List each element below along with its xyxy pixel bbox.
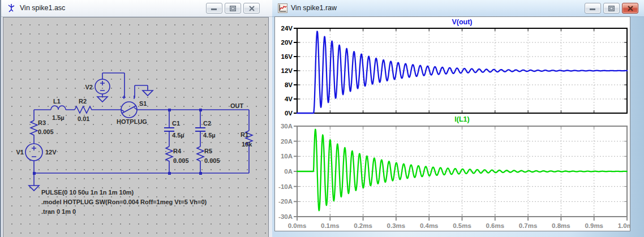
svg-text:0.1ms: 0.1ms — [321, 222, 340, 229]
spice-directive: .model HOTPLUG SW(Ron=0.004 Roff=1meg Vt… — [41, 199, 207, 205]
svg-text:C1: C1 — [172, 120, 180, 127]
svg-text:R4: R4 — [173, 148, 182, 154]
svg-text:8V: 8V — [285, 81, 293, 88]
svg-text:10k: 10k — [242, 141, 252, 148]
maximize-button[interactable] — [603, 3, 620, 14]
waveform-window: Vin spike1.raw V(out) I(L1) 24V20V16V12V… — [272, 0, 644, 237]
svg-text:4.5µ: 4.5µ — [172, 132, 184, 139]
wire — [34, 73, 249, 186]
svg-text:4.5µ: 4.5µ — [203, 132, 216, 139]
component-S1[interactable]: S1 HOTPLUG — [117, 96, 147, 125]
svg-text:16V: 16V — [281, 53, 293, 60]
svg-text:0.6ms: 0.6ms — [486, 222, 504, 229]
window-controls — [206, 3, 260, 14]
component-R5[interactable]: R5 0.005 — [197, 146, 220, 164]
ground-symbol — [143, 91, 153, 96]
svg-text:S1: S1 — [139, 100, 147, 107]
svg-text:0A: 0A — [284, 168, 293, 175]
svg-text:0.4ms: 0.4ms — [420, 222, 439, 229]
ground-symbol — [29, 186, 39, 191]
svg-text:0.2ms: 0.2ms — [354, 222, 372, 229]
waveform-plot-panes[interactable]: 24V20V16V12V8V4V0V30A20A10A0A-10A-20A-30… — [275, 17, 630, 231]
svg-text:V2: V2 — [85, 84, 93, 91]
schematic-window: Vin spike1.asc — [0, 0, 273, 237]
svg-text:0V: 0V — [285, 110, 293, 117]
trace-V(out) — [297, 31, 627, 113]
component-R1[interactable]: R1 10k — [241, 131, 252, 148]
svg-text:R5: R5 — [204, 148, 212, 154]
svg-text:0.7ms: 0.7ms — [519, 222, 538, 229]
svg-text:1.0ms: 1.0ms — [618, 222, 630, 229]
component-R3[interactable]: R3 0.005 — [31, 119, 54, 136]
schematic-canvas[interactable]: V1 12V R3 0.005 L1 1.5µ R2 0.01 — [3, 17, 269, 237]
svg-text:0.5ms: 0.5ms — [453, 222, 471, 229]
ground-symbol — [97, 97, 108, 102]
component-C1[interactable]: C1 4.5µ — [164, 120, 184, 139]
desktop: { "left_window": { "title": "Vin spike1.… — [0, 0, 644, 237]
spice-directive: .tran 0 1m 0 — [41, 208, 76, 215]
svg-text:24V: 24V — [281, 25, 293, 32]
svg-text:10A: 10A — [281, 153, 293, 160]
component-V2[interactable]: V2 — [85, 79, 110, 94]
schematic-window-titlebar[interactable]: Vin spike1.asc — [1, 0, 273, 17]
net-label-out: OUT — [230, 102, 244, 109]
waveform-client-area: V(out) I(L1) 24V20V16V12V8V4V0V30A20A10A… — [274, 16, 630, 231]
svg-text:-10A: -10A — [278, 183, 293, 190]
window-title: Vin spike1.asc — [20, 4, 65, 12]
svg-text:C2: C2 — [203, 120, 211, 127]
svg-text:R3: R3 — [38, 119, 46, 126]
window-controls — [585, 3, 638, 14]
svg-text:20V: 20V — [281, 39, 293, 46]
svg-text:0.005: 0.005 — [173, 157, 189, 164]
svg-text:HOTPLUG: HOTPLUG — [117, 118, 147, 125]
component-C2[interactable]: C2 4.5µ — [195, 120, 216, 139]
waveform-window-titlebar[interactable]: Vin spike1.raw — [272, 0, 644, 17]
ltspice-schematic-icon — [7, 3, 16, 13]
close-button[interactable] — [243, 3, 260, 14]
svg-text:1.5µ: 1.5µ — [52, 114, 65, 121]
waveform-plot-icon — [278, 3, 287, 13]
minimize-button[interactable] — [585, 3, 601, 14]
component-V1[interactable]: V1 12V — [16, 144, 57, 161]
minimize-button[interactable] — [206, 3, 222, 14]
svg-text:-20A: -20A — [278, 198, 293, 205]
svg-text:0.005: 0.005 — [204, 157, 220, 164]
window-title: Vin spike1.raw — [291, 4, 337, 12]
svg-text:12V: 12V — [45, 149, 57, 156]
svg-text:0.0ms: 0.0ms — [288, 222, 307, 229]
svg-text:0.9ms: 0.9ms — [585, 222, 603, 229]
svg-text:30A: 30A — [281, 123, 293, 130]
svg-text:R2: R2 — [79, 98, 87, 105]
component-R4[interactable]: R4 0.005 — [166, 146, 189, 164]
maximize-button[interactable] — [225, 3, 241, 14]
svg-text:4V: 4V — [285, 96, 293, 102]
close-button[interactable] — [622, 3, 638, 14]
svg-text:0.3ms: 0.3ms — [387, 222, 406, 229]
svg-text:20A: 20A — [281, 138, 293, 145]
component-L1[interactable]: L1 1.5µ — [51, 98, 66, 121]
svg-text:0.01: 0.01 — [78, 115, 89, 122]
svg-text:12V: 12V — [281, 67, 293, 74]
spice-directive: PULSE(0 10 50u 1n 1n 1m 10m) — [41, 189, 134, 196]
component-R2[interactable]: R2 0.01 — [75, 98, 93, 122]
svg-text:0.8ms: 0.8ms — [552, 222, 570, 229]
svg-text:V1: V1 — [16, 149, 24, 156]
svg-text:-30A: -30A — [278, 213, 293, 220]
svg-text:L1: L1 — [53, 98, 61, 105]
svg-text:0.005: 0.005 — [38, 128, 54, 135]
svg-text:R1: R1 — [241, 131, 248, 138]
